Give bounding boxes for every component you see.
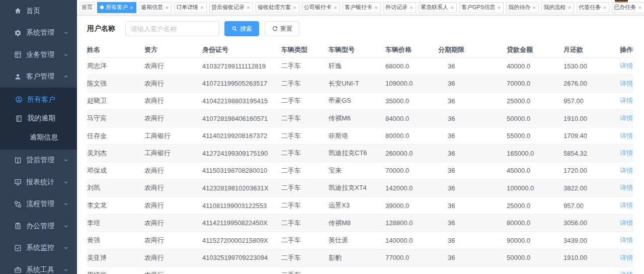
- sidebar-item-0[interactable]: 首页: [0, 0, 77, 22]
- close-icon[interactable]: ×: [449, 5, 455, 11]
- cell: 410422198803195415: [202, 92, 281, 110]
- tab-7[interactable]: 客户银行卡×: [343, 2, 381, 13]
- tab-5[interactable]: 催收处理方案×: [256, 2, 299, 13]
- sidebar-item-label: 系统监控: [26, 243, 54, 252]
- tab-1[interactable]: 所有客户×: [97, 2, 136, 13]
- tab-8[interactable]: 外访记录×: [383, 2, 416, 13]
- sidebar-subitem-3-0[interactable]: 所有客户: [0, 90, 77, 109]
- tab-2[interactable]: 逾期信息×: [139, 2, 172, 13]
- tab-12[interactable]: 我的流程×: [541, 2, 574, 13]
- sidebar-item-8[interactable]: 系统监控: [0, 237, 77, 259]
- cell: 36: [438, 179, 507, 197]
- sidebar-item-label: 办公管理: [26, 222, 54, 231]
- close-icon[interactable]: ×: [292, 5, 297, 11]
- cell: 128800.0: [385, 214, 438, 232]
- cell: 工商银行: [144, 145, 202, 162]
- cell: [507, 266, 564, 274]
- close-icon[interactable]: ×: [602, 5, 607, 11]
- report-icon: [14, 178, 22, 186]
- actions-cell: 详情: [620, 145, 633, 162]
- detail-link[interactable]: 详情: [620, 184, 633, 191]
- close-icon[interactable]: ×: [496, 5, 502, 11]
- close-icon[interactable]: ×: [164, 5, 170, 11]
- close-icon[interactable]: ×: [409, 5, 414, 11]
- refresh-icon: [272, 26, 278, 32]
- cell: [329, 266, 385, 274]
- sidebar-item-9[interactable]: 系统工具: [0, 259, 77, 274]
- cell: 412724199309175190: [202, 145, 281, 162]
- cell: 工商银行: [144, 127, 202, 145]
- reset-button[interactable]: 重置: [265, 21, 299, 36]
- cell: 农商行: [144, 75, 202, 93]
- detail-link[interactable]: 详情: [620, 271, 633, 274]
- cell: 影豹: [329, 249, 385, 267]
- sidebar-subitem-3-1[interactable]: 我的逾期: [0, 109, 77, 128]
- cell: 36: [438, 162, 507, 180]
- sidebar-item-6[interactable]: 流程管理: [0, 193, 77, 216]
- avatar[interactable]: [615, 0, 628, 3]
- detail-link[interactable]: 详情: [620, 149, 633, 157]
- tab-label: 所有客户: [106, 4, 128, 11]
- user-icon: [14, 73, 22, 81]
- sidebar-item-1[interactable]: 系统管理: [0, 22, 77, 44]
- close-icon[interactable]: ×: [567, 5, 572, 11]
- sidebar-subitem-3-2[interactable]: 逾期信息: [0, 128, 77, 147]
- sidebar-item-2[interactable]: 业务管理: [0, 44, 77, 66]
- table-row: 陈文强农商行410721199505263517二手车长安UNI-T109000…: [87, 75, 633, 93]
- cell: 39000.0: [385, 197, 438, 215]
- sidebar-item-3[interactable]: 客户管理: [0, 66, 77, 88]
- detail-link[interactable]: 详情: [620, 97, 633, 104]
- close-icon[interactable]: ×: [637, 5, 642, 11]
- sidebar-subitem-label: 逾期信息: [30, 133, 58, 142]
- table-row: 邓保成农商行411503198708280010二手车宝来70000.03645…: [87, 162, 633, 180]
- tab-0[interactable]: 首页: [79, 2, 95, 13]
- cell: 45000.0: [507, 162, 564, 180]
- search-button[interactable]: 搜索: [224, 21, 259, 36]
- cell: 957.00: [564, 92, 620, 110]
- sidebar-item-5[interactable]: 报表统计: [0, 171, 77, 193]
- detail-link[interactable]: 详情: [620, 254, 633, 261]
- tab-label: 客户银行卡: [345, 4, 372, 11]
- detail-link[interactable]: 详情: [620, 132, 633, 140]
- tab-9[interactable]: 紧急联系人×: [419, 2, 457, 13]
- close-icon[interactable]: ×: [373, 5, 379, 11]
- cell: 5854.32: [564, 145, 620, 162]
- cell: 二手车: [281, 75, 329, 93]
- detail-link[interactable]: 详情: [620, 80, 633, 87]
- grid-icon: [14, 51, 22, 58]
- close-icon[interactable]: ×: [129, 5, 134, 11]
- chevron-down-icon: [63, 30, 69, 36]
- search-input[interactable]: [125, 21, 219, 36]
- sidebar-item-7[interactable]: 办公管理: [0, 215, 77, 237]
- close-icon[interactable]: ×: [246, 5, 251, 11]
- detail-link[interactable]: 详情: [620, 62, 633, 70]
- close-icon[interactable]: ×: [333, 5, 338, 11]
- detail-link[interactable]: 详情: [620, 201, 633, 209]
- tab-10[interactable]: 客户GPS信息×: [459, 2, 504, 13]
- cell: 二手车: [281, 179, 329, 197]
- cell: 35000.0: [385, 92, 438, 110]
- tab-11[interactable]: 我的待办×: [506, 2, 539, 13]
- cell: 英仕派: [329, 232, 385, 249]
- cell: 25000.0: [507, 197, 564, 215]
- sidebar-item-label: 贷后管理: [26, 156, 54, 165]
- detail-link[interactable]: 详情: [620, 167, 633, 174]
- tab-6[interactable]: 公司银行卡×: [302, 2, 340, 13]
- cell: 二手车: [281, 232, 329, 249]
- cell: 二手车: [281, 162, 329, 180]
- close-icon[interactable]: ×: [531, 5, 537, 11]
- cell: 黄强: [87, 232, 144, 249]
- tab-13[interactable]: 代签任务×: [577, 2, 609, 13]
- detail-link[interactable]: 详情: [620, 114, 633, 122]
- cell: 农商行: [144, 197, 202, 215]
- close-icon[interactable]: ×: [199, 5, 205, 11]
- tab-4[interactable]: 贷后催收记录×: [209, 2, 253, 13]
- detail-link[interactable]: 详情: [620, 219, 633, 227]
- search-button-label: 搜索: [240, 25, 252, 33]
- cell: 农商行: [144, 57, 202, 75]
- detail-link[interactable]: 详情: [620, 236, 633, 244]
- cell: 142000.0: [385, 179, 438, 197]
- tab-14[interactable]: 已办任务×: [612, 2, 644, 13]
- sidebar-item-4[interactable]: 贷后管理: [0, 150, 77, 172]
- tab-3[interactable]: 订单详情×: [174, 2, 207, 13]
